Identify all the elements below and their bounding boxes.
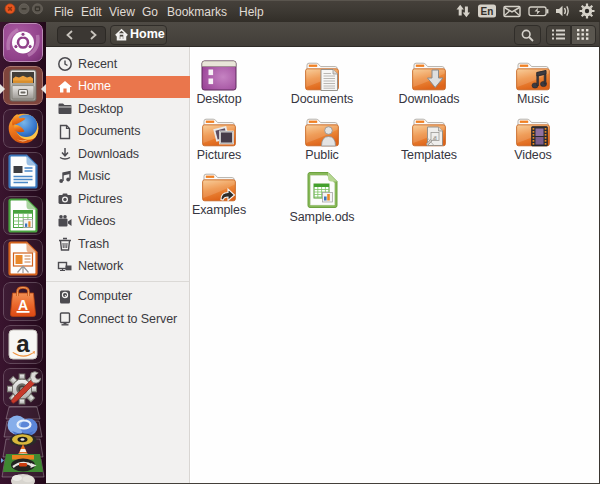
- svg-text:En: En: [481, 6, 494, 17]
- svg-text:A: A: [18, 297, 28, 313]
- svg-text:a: a: [16, 330, 30, 357]
